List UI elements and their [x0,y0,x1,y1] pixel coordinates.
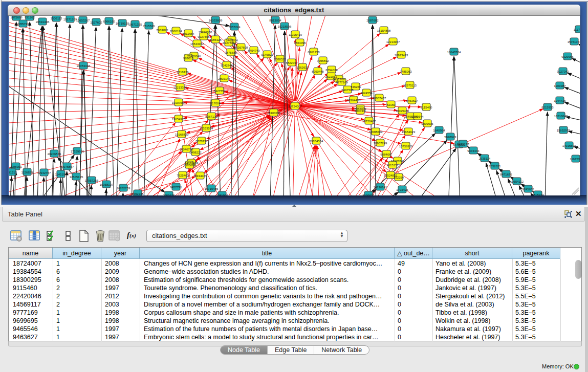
svg-text:8427552: 8427552 [213,90,226,93]
svg-text:7955812: 7955812 [317,59,329,62]
svg-text:16782759: 16782759 [117,187,130,190]
svg-text:8267130: 8267130 [205,115,217,118]
svg-text:9242848: 9242848 [221,64,233,67]
svg-text:11325419: 11325419 [289,33,302,36]
svg-text:19384554: 19384554 [310,140,323,143]
svg-text:2803144: 2803144 [218,77,230,80]
svg-text:391513: 391513 [9,171,17,174]
svg-text:15720407: 15720407 [362,120,376,123]
svg-text:10807487: 10807487 [373,97,386,100]
svg-text:2718126: 2718126 [177,71,189,74]
svg-text:9227342: 9227342 [557,70,569,73]
svg-text:15226058: 15226058 [199,31,212,34]
svg-text:10688609: 10688609 [369,130,383,134]
svg-text:9115460: 9115460 [421,106,433,109]
svg-text:9146821: 9146821 [261,53,273,56]
svg-text:7515526: 7515526 [143,25,155,28]
svg-text:5822037: 5822037 [286,61,298,64]
svg-text:8471676: 8471676 [500,173,512,176]
svg-text:12942757: 12942757 [37,171,51,174]
svg-text:7632621: 7632621 [489,165,501,168]
svg-text:9463627: 9463627 [406,99,418,102]
svg-text:1733426: 1733426 [396,188,408,191]
svg-text:1615152: 1615152 [386,164,399,167]
svg-text:8454749: 8454749 [248,49,260,52]
svg-text:6794028: 6794028 [325,69,338,72]
svg-text:9818374: 9818374 [532,193,544,195]
svg-text:10120746: 10120746 [391,160,405,163]
svg-text:6966160: 6966160 [103,20,115,23]
svg-text:10025466: 10025466 [396,110,409,113]
svg-text:9245652: 9245652 [522,188,534,191]
svg-text:16154808: 16154808 [377,29,391,32]
svg-text:9327505: 9327505 [198,35,210,38]
svg-text:2055713: 2055713 [17,23,29,26]
svg-text:8878332: 8878332 [195,140,208,143]
svg-text:9329966: 9329966 [561,55,574,58]
svg-text:62160: 62160 [387,103,396,106]
svg-text:10107554: 10107554 [172,101,186,104]
svg-text:1588520: 1588520 [274,58,286,61]
svg-text:9327506: 9327506 [223,41,235,45]
svg-text:9777169: 9777169 [336,81,348,84]
svg-text:12213967: 12213967 [386,40,400,43]
svg-text:1156829: 1156829 [21,171,34,174]
svg-text:7830311: 7830311 [355,110,367,113]
svg-text:1875668: 1875668 [10,16,23,19]
svg-text:12505135: 12505135 [70,176,83,179]
svg-text:8100071: 8100071 [362,194,375,195]
svg-text:9457791: 9457791 [170,186,182,189]
svg-text:7663822: 7663822 [156,29,168,32]
svg-text:1362615: 1362615 [296,66,309,69]
svg-text:2059125: 2059125 [163,194,175,195]
svg-text:20364436: 20364436 [347,99,361,102]
svg-text:19654925: 19654925 [172,118,186,121]
svg-text:15692971: 15692971 [557,129,571,132]
svg-text:18907249: 18907249 [374,142,387,145]
svg-text:12353594: 12353594 [200,127,213,130]
svg-text:5938923: 5938923 [444,136,456,139]
svg-text:18724007: 18724007 [288,105,302,108]
svg-text:17016504: 17016504 [562,144,576,147]
svg-text:117004: 117004 [210,102,221,105]
svg-text:7625402: 7625402 [177,174,189,177]
svg-text:16543362: 16543362 [190,42,204,46]
svg-text:1292346: 1292346 [132,192,144,195]
svg-text:19218506: 19218506 [278,25,292,28]
svg-text:2935114: 2935114 [479,157,491,160]
svg-text:10671355: 10671355 [128,23,142,26]
svg-text:9899695: 9899695 [421,122,433,125]
svg-text:989015: 989015 [183,57,194,60]
svg-text:15751074: 15751074 [568,40,580,43]
svg-text:8186328: 8186328 [209,38,222,41]
svg-text:10958107: 10958107 [100,183,114,186]
svg-text:20053346: 20053346 [77,64,91,68]
svg-text:2085901: 2085901 [10,165,22,168]
svg-text:3624554: 3624554 [360,92,373,95]
svg-text:1081904: 1081904 [216,194,228,195]
svg-text:1570699: 1570699 [183,164,195,167]
svg-text:8990448: 8990448 [312,70,324,73]
svg-text:1564096: 1564096 [294,41,306,45]
svg-text:1549544: 1549544 [411,115,424,118]
svg-text:26367608: 26367608 [234,46,248,49]
svg-text:16914479: 16914479 [193,174,207,178]
svg-text:18300295: 18300295 [267,112,281,115]
svg-text:9084067: 9084067 [380,153,393,156]
svg-text:1209387: 1209387 [554,84,566,87]
svg-text:17957255: 17957255 [85,179,99,182]
svg-text:93975867: 93975867 [60,165,74,168]
svg-text:1117064: 1117064 [574,28,580,31]
svg-text:7357224: 7357224 [228,26,241,29]
svg-text:14136141: 14136141 [374,186,387,189]
svg-text:20691406: 20691406 [36,20,50,24]
svg-text:6961758: 6961758 [308,51,320,54]
svg-text:19654923: 19654923 [402,130,416,134]
svg-text:8912954: 8912954 [182,32,194,35]
svg-text:10756928: 10756928 [399,145,413,148]
svg-text:931262: 931262 [25,16,35,19]
svg-text:10654112: 10654112 [510,180,524,183]
svg-text:16210643: 16210643 [554,115,568,118]
svg-text:9439197: 9439197 [457,143,469,146]
svg-text:1506113: 1506113 [51,17,63,20]
